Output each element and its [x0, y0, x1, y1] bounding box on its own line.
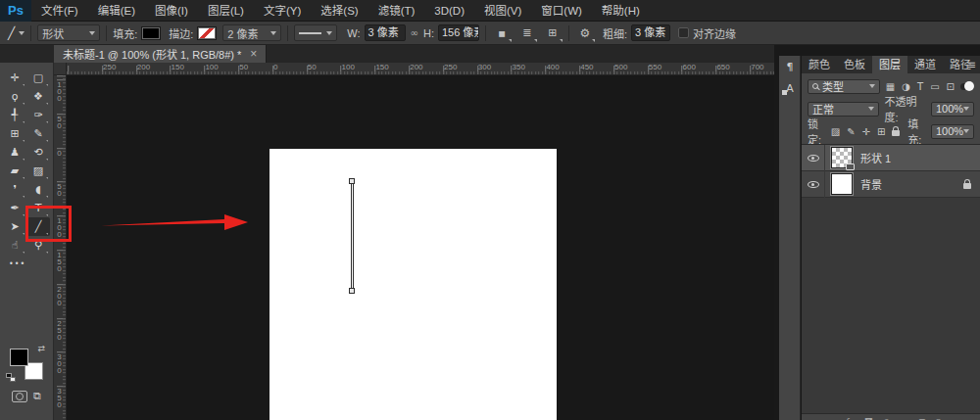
- panel-tab-3[interactable]: 通道: [907, 56, 943, 73]
- menu-item-3[interactable]: 图层(L): [198, 0, 254, 22]
- path-alignment-button[interactable]: ≣: [517, 24, 537, 42]
- shape-anchor-top[interactable]: [349, 178, 355, 184]
- fill-opacity-select[interactable]: 100%: [931, 124, 974, 139]
- menu-item-4[interactable]: 文字(Y): [254, 0, 311, 22]
- paragraph-panel-icon[interactable]: ¶: [779, 56, 801, 77]
- filter-type-select[interactable]: 类型: [808, 79, 880, 94]
- clone-stamp-tool[interactable]: ♟: [3, 143, 26, 162]
- chevron-down-icon: [326, 31, 332, 35]
- hand-tool[interactable]: ☝: [3, 236, 26, 255]
- menu-item-9[interactable]: 窗口(W): [531, 0, 592, 22]
- panel-tab-0[interactable]: 颜色: [802, 56, 837, 73]
- layer-visibility-cell[interactable]: [802, 145, 825, 171]
- menu-item-0[interactable]: 文件(F): [31, 0, 88, 22]
- filter-type-layers-icon[interactable]: T: [917, 81, 923, 92]
- history-brush-tool[interactable]: ⟲: [26, 143, 50, 162]
- ruler-label: 50: [55, 182, 64, 196]
- stroke-color-swatch[interactable]: [197, 26, 217, 40]
- ruler-label: 100: [205, 63, 218, 71]
- panel-tab-2[interactable]: 图层: [872, 56, 907, 73]
- quick-mask-button[interactable]: [12, 391, 27, 402]
- crop-tool[interactable]: ╃: [3, 106, 26, 124]
- canvas-area[interactable]: 2502001501005005010015020025030035040045…: [54, 63, 774, 420]
- lock-image-pixels-icon[interactable]: ✎: [847, 126, 855, 137]
- panel-menu-icon[interactable]: ≡: [966, 58, 976, 71]
- lasso-tool[interactable]: ϙ: [3, 87, 26, 106]
- move-tool[interactable]: ✛: [3, 69, 26, 87]
- filter-pixel-layers-icon[interactable]: ▦: [886, 81, 895, 92]
- shape-anchor-bottom[interactable]: [349, 288, 355, 294]
- align-edges-checkbox[interactable]: [678, 27, 689, 38]
- shape-height-input[interactable]: 156 像素: [438, 24, 479, 41]
- menu-item-1[interactable]: 编辑(E): [88, 0, 145, 22]
- healing-brush-tool[interactable]: ⊞: [3, 124, 26, 143]
- layer-row-0[interactable]: 形状 1: [802, 145, 980, 171]
- gradient-tool[interactable]: ▨: [26, 162, 50, 180]
- layer-thumbnail[interactable]: [831, 173, 853, 195]
- stroke-options-gear-button[interactable]: ⚙: [575, 24, 595, 42]
- link-dimensions-icon[interactable]: ∞: [411, 27, 418, 38]
- document-canvas[interactable]: [270, 149, 557, 420]
- swap-colors-icon[interactable]: ⇄: [37, 344, 45, 353]
- menu-item-6[interactable]: 滤镜(T): [368, 0, 425, 22]
- close-icon[interactable]: ×: [250, 49, 257, 59]
- vertical-ruler: 10050050100150200250300350: [54, 75, 67, 420]
- lock-transparent-pixels-icon[interactable]: ▨: [831, 126, 840, 137]
- default-colors-icon[interactable]: [6, 373, 16, 382]
- ruler-label: 550: [649, 63, 662, 71]
- layer-style-icon[interactable]: fx: [847, 416, 856, 420]
- marquee-tool-icon: ▢: [33, 71, 43, 84]
- eraser-tool[interactable]: ▰: [3, 162, 26, 180]
- foreground-color-swatch[interactable]: [10, 349, 28, 366]
- eraser-tool-icon: ▰: [11, 164, 19, 177]
- tool-mode-select[interactable]: 形状: [37, 24, 100, 41]
- character-panel-icon[interactable]: A: [779, 77, 801, 99]
- line-shape[interactable]: [351, 181, 354, 290]
- path-operations-button[interactable]: ◼: [492, 24, 512, 42]
- lock-position-icon[interactable]: ✛: [862, 126, 870, 137]
- adjustment-layer-icon[interactable]: ◑: [883, 416, 891, 420]
- lock-artboard-icon[interactable]: ⊞: [877, 126, 885, 137]
- lock-all-icon[interactable]: [892, 130, 900, 136]
- layer-thumbnail[interactable]: [831, 147, 853, 168]
- menu-item-7[interactable]: 3D(D): [424, 0, 474, 22]
- menu-item-2[interactable]: 图像(I): [145, 0, 198, 22]
- blend-mode-select[interactable]: 正常: [808, 102, 879, 117]
- path-select-tool[interactable]: ➤: [3, 217, 26, 236]
- opacity-select[interactable]: 100%: [931, 102, 974, 117]
- tool-preset-caret-icon[interactable]: [19, 31, 24, 35]
- panel-tab-1[interactable]: 色板: [837, 56, 872, 73]
- eyedropper-tool[interactable]: ✑: [26, 106, 50, 124]
- blur-tool[interactable]: ❜: [3, 180, 26, 199]
- filter-smart-objects-icon[interactable]: ⊡: [947, 81, 955, 92]
- more-tools[interactable]: •••: [3, 255, 50, 273]
- menu-item-5[interactable]: 选择(S): [311, 0, 368, 22]
- marquee-tool[interactable]: ▢: [26, 69, 50, 87]
- path-arrangement-button[interactable]: ⊞: [543, 24, 563, 42]
- line-weight-input[interactable]: 3 像素: [631, 24, 670, 41]
- ruler-label: 250: [444, 63, 457, 71]
- layer-row-1[interactable]: 背景: [802, 171, 980, 198]
- stroke-type-select[interactable]: [294, 24, 337, 41]
- fill-color-swatch[interactable]: [141, 26, 161, 40]
- filter-toggle-switch[interactable]: [960, 80, 974, 92]
- ruler-corner: [54, 63, 67, 75]
- quick-select-tool[interactable]: ❖: [26, 87, 50, 106]
- brush-tool[interactable]: ✎: [26, 124, 50, 143]
- screen-mode-button[interactable]: ⧉: [33, 390, 41, 402]
- menu-item-10[interactable]: 帮助(H): [592, 0, 650, 22]
- filter-shape-layers-icon[interactable]: ▭: [930, 81, 939, 92]
- layer-mask-icon[interactable]: ◙: [864, 416, 873, 420]
- pen-tool[interactable]: ✒: [3, 199, 26, 217]
- link-layers-icon[interactable]: ∞: [829, 416, 837, 420]
- stroke-width-select[interactable]: 2 像素: [222, 24, 281, 41]
- delete-layer-icon[interactable]: ▯: [936, 416, 941, 420]
- shape-width-input[interactable]: 3 像素: [365, 24, 406, 41]
- dodge-tool[interactable]: ◖: [26, 180, 50, 199]
- layer-visibility-cell[interactable]: [802, 171, 825, 198]
- menu-item-8[interactable]: 视图(V): [474, 0, 531, 22]
- filter-adjustment-layers-icon[interactable]: ◑: [902, 81, 910, 92]
- layer-group-icon[interactable]: ▭: [901, 416, 909, 420]
- document-tab[interactable]: 未标题-1 @ 100% (形状 1, RGB/8#) * ×: [54, 45, 267, 63]
- new-layer-icon[interactable]: ⊞: [918, 416, 926, 420]
